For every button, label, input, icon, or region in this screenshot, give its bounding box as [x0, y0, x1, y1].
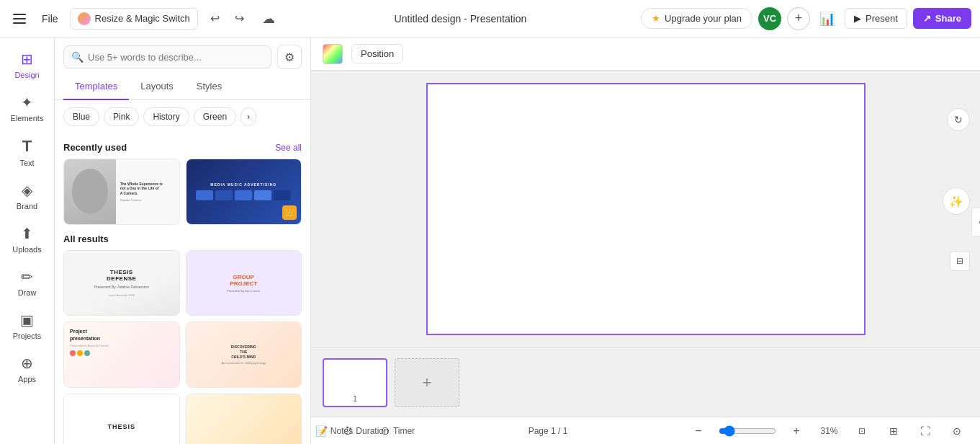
canvas-slide[interactable] — [426, 83, 866, 335]
add-slide-button[interactable]: + — [395, 358, 459, 407]
draw-icon: ✏ — [21, 268, 33, 285]
accessibility-button[interactable]: ⊙ — [945, 419, 968, 443]
filmstrip-slide-1[interactable]: 1 — [323, 358, 387, 407]
top-bar: File Resize & Magic Switch ↩ ↪ ☁ Untitle… — [0, 0, 980, 37]
grid-view-button[interactable]: ⊞ — [882, 419, 905, 443]
cloud-save-button[interactable]: ☁ — [257, 7, 280, 30]
tab-layouts[interactable]: Layouts — [129, 74, 185, 100]
notes-icon: 📝 — [315, 425, 328, 437]
search-input[interactable] — [88, 52, 264, 63]
duration-button[interactable]: ⏱ Duration — [354, 419, 377, 443]
see-all-button[interactable]: See all — [275, 143, 302, 153]
sidebar-item-design[interactable]: ⊞ Design — [0, 43, 54, 86]
template-card-pitch[interactable]: pitch — [186, 394, 302, 444]
search-box[interactable]: 🔍 — [63, 45, 271, 68]
hide-pages-button[interactable]: ⊟ — [950, 251, 970, 271]
status-bar-right: − + 31% ⊡ ⊞ ⛶ ⊙ — [687, 419, 968, 443]
avatar[interactable]: VC — [758, 7, 781, 30]
text-icon: T — [22, 137, 32, 156]
sidebar-item-elements[interactable]: ✦ Elements — [0, 86, 54, 130]
undo-button[interactable]: ↩ — [204, 7, 227, 30]
zoom-level: 31% — [817, 426, 842, 436]
premium-badge: 👑 — [282, 205, 297, 220]
magic-icon — [78, 12, 91, 25]
chip-pink[interactable]: Pink — [104, 107, 139, 126]
panel-tabs: Templates Layouts Styles — [55, 74, 310, 100]
timer-button[interactable]: ⏲ Timer — [386, 419, 409, 443]
fit-to-screen-button[interactable]: ⊡ — [850, 419, 873, 443]
zoom-slider[interactable] — [719, 425, 776, 437]
tab-styles[interactable]: Styles — [185, 74, 233, 100]
sidebar-item-uploads[interactable]: ⬆ Uploads — [0, 218, 54, 261]
tab-templates[interactable]: Templates — [63, 74, 129, 100]
template-card-childs-mind[interactable]: DISCOVERINGTHECHILD'S MIND An introducti… — [186, 321, 302, 388]
main-area: ⊞ Design ✦ Elements T Text ◈ Brand ⬆ Upl… — [0, 37, 980, 444]
all-results-header: All results — [63, 234, 302, 244]
canvas-toolbar: Position — [311, 37, 980, 71]
filter-button[interactable]: ⚙ — [277, 45, 302, 69]
present-button[interactable]: ▶ Present — [845, 8, 907, 29]
position-button[interactable]: Position — [351, 44, 403, 63]
notes-button[interactable]: 📝 Notes — [323, 419, 346, 443]
color-swatch[interactable] — [323, 44, 343, 64]
sidebar-item-apps[interactable]: ⊕ Apps — [0, 347, 54, 391]
chip-more[interactable]: › — [240, 107, 256, 126]
chip-blue[interactable]: Blue — [63, 107, 99, 126]
redo-button[interactable]: ↪ — [228, 7, 251, 30]
file-menu-button[interactable]: File — [36, 10, 64, 27]
ai-icon: ✨ — [949, 195, 963, 208]
share-button[interactable]: ↗ Share — [913, 8, 971, 29]
refresh-button[interactable]: ↻ — [947, 108, 970, 131]
zoom-in-button[interactable]: + — [785, 419, 808, 443]
filter-chips: Blue Pink History Green › — [55, 100, 310, 133]
template-card-thesis[interactable]: THESISDEFENSE Presented By: Adaline Palm… — [63, 250, 180, 316]
present-icon: ▶ — [854, 13, 861, 24]
template-card-thesis2[interactable]: THESIS — [63, 394, 180, 444]
template-card-project-presentation[interactable]: Projectpresentation Presented by Brand &… — [63, 321, 180, 388]
plus-icon: + — [423, 373, 432, 392]
undo-redo-group: ↩ ↪ — [204, 7, 251, 30]
upgrade-button[interactable]: ★ Upgrade your plan — [641, 8, 752, 29]
uploads-icon: ⬆ — [21, 225, 33, 242]
panel-content: Recently used See all The Whole Experien… — [55, 133, 310, 444]
all-results-grid: THESISDEFENSE Presented By: Adaline Palm… — [63, 250, 302, 444]
duration-icon: ⏱ — [343, 425, 353, 437]
status-bar: 📝 Notes ⏱ Duration ⏲ Timer Page 1 / 1 − … — [311, 417, 980, 444]
template-card-recent1[interactable]: The Whole Experience isnot a Day in the … — [63, 159, 180, 225]
sidebar-item-draw[interactable]: ✏ Draw — [0, 261, 54, 304]
recently-used-title: Recently used — [63, 142, 127, 153]
template-card-recent2[interactable]: MEDIA MUSIC ADVERTISING 👑 — [186, 159, 302, 225]
refresh-icon: ↻ — [954, 114, 963, 125]
sidebar-item-projects[interactable]: ▣ Projects — [0, 304, 54, 347]
apps-icon: ⊕ — [21, 355, 33, 372]
document-title: Untitled design - Presentation — [286, 13, 635, 25]
recently-used-header: Recently used See all — [63, 142, 302, 153]
sidebar-item-text[interactable]: T Text — [0, 130, 54, 174]
sidebar-item-brand[interactable]: ◈ Brand — [0, 174, 54, 218]
search-icon: 🔍 — [71, 51, 84, 63]
zoom-out-button[interactable]: − — [687, 419, 710, 443]
status-bar-left: 📝 Notes ⏱ Duration ⏲ Timer — [323, 419, 409, 443]
elements-icon: ✦ — [21, 94, 33, 111]
design-icon: ⊞ — [21, 50, 33, 68]
chip-green[interactable]: Green — [194, 107, 236, 126]
star-icon: ★ — [652, 13, 660, 24]
magic-switch-button[interactable]: Resize & Magic Switch — [70, 8, 198, 30]
analytics-button[interactable]: 📊 — [816, 7, 839, 30]
hide-pages-icon: ⊟ — [956, 256, 963, 266]
menu-button[interactable] — [9, 9, 30, 28]
ai-assist-button[interactable]: ✨ — [943, 187, 970, 215]
timer-icon: ⏲ — [380, 425, 390, 437]
chip-history[interactable]: History — [143, 107, 189, 126]
sidebar: ⊞ Design ✦ Elements T Text ◈ Brand ⬆ Upl… — [0, 37, 55, 444]
share-icon: ↗ — [923, 13, 931, 24]
canvas-main[interactable]: ↻ ⊟ ✨ — [311, 71, 980, 347]
panel-search-area: 🔍 ⚙ — [55, 37, 310, 74]
projects-icon: ▣ — [20, 311, 34, 329]
status-bar-center: Page 1 / 1 — [421, 426, 675, 436]
fullscreen-button[interactable]: ⛶ — [914, 419, 937, 443]
page-indicator: Page 1 / 1 — [529, 426, 568, 436]
brand-icon: ◈ — [22, 182, 32, 199]
add-collaborator-button[interactable]: + — [787, 7, 810, 30]
template-card-group-project[interactable]: GROUPPROJECT Presented by two or more — [186, 250, 302, 316]
